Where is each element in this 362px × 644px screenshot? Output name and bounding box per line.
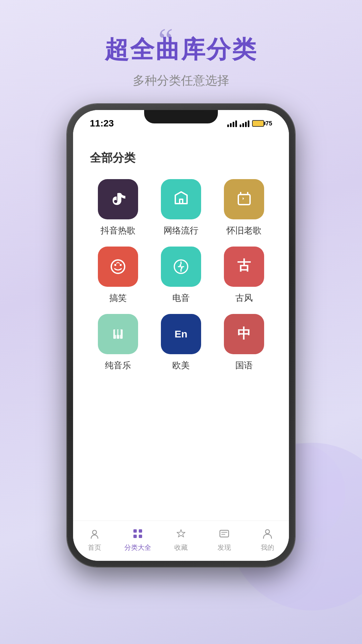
category-icon-huaijiu [224,179,264,219]
favorites-icon [174,526,188,541]
nav-item-favorites[interactable]: 收藏 [160,526,203,552]
discover-icon [217,526,232,541]
category-item-diyin[interactable]: 电音 [153,247,209,304]
status-bar: 11:23 [73,110,289,137]
category-label-diyin: 电音 [172,292,190,304]
nav-item-home[interactable]: 首页 [73,526,116,552]
categories-icon [130,526,145,541]
category-icon-gaoxiao [98,247,138,287]
signal-icon-1 [227,120,237,127]
svg-rect-18 [220,530,229,537]
category-label-huaijiu: 怀旧老歌 [227,225,261,236]
main-title: 超全曲库分类 [105,27,257,66]
status-time: 11:23 [90,118,114,129]
category-icon-chunyinyue [98,314,138,354]
svg-point-1 [111,260,125,273]
category-icon-oumei: En [161,314,201,354]
header-section: “ 超全曲库分类 多种分类任意选择 [0,27,362,89]
nav-item-categories[interactable]: 分类大全 [116,526,160,552]
category-icon-guoyu: 中 [224,314,264,354]
category-label-oumei: 欧美 [172,360,190,371]
category-item-gaoxiao[interactable]: 搞笑 [90,247,146,304]
svg-point-13 [93,530,97,534]
category-grid: 抖音热歌 网络流行 [90,179,272,371]
category-icon-douyin [98,179,138,219]
nav-item-discover[interactable]: 发现 [202,526,246,552]
category-item-wangluo[interactable]: 网络流行 [153,179,209,236]
category-label-guoyu: 国语 [235,360,253,371]
svg-rect-0 [238,195,250,205]
page-title: 全部分类 [90,150,272,166]
svg-rect-17 [139,535,142,538]
category-item-douyin[interactable]: 抖音热歌 [90,179,146,236]
svg-point-19 [265,530,269,534]
category-label-gaoxiao: 搞笑 [109,292,127,304]
category-item-chunyinyue[interactable]: 纯音乐 [90,314,146,371]
nav-label-profile: 我的 [261,543,274,552]
sub-title: 多种分类任意选择 [0,72,362,89]
category-label-gufeng: 古风 [235,292,253,304]
home-icon [87,526,102,541]
signal-icon-2 [240,120,249,127]
notch [144,110,218,123]
app-content: 全部分类 抖音热歌 [73,137,289,371]
battery-level: 75 [265,120,272,127]
svg-point-2 [114,264,116,266]
phone-mockup: 11:23 [67,104,295,567]
svg-point-3 [120,264,122,266]
nav-label-discover: 发现 [218,543,231,552]
svg-rect-16 [133,535,137,538]
svg-rect-15 [139,529,142,533]
bottom-nav: 首页 分类大全 [73,521,289,561]
nav-label-favorites: 收藏 [174,543,188,552]
category-item-gufeng[interactable]: 古 古风 [216,247,272,304]
battery-icon [252,120,264,127]
category-label-douyin: 抖音热歌 [101,225,135,236]
svg-rect-10 [118,329,121,335]
nav-item-profile[interactable]: 我的 [246,526,289,552]
nav-label-categories: 分类大全 [124,543,151,552]
svg-text:古: 古 [237,258,251,273]
category-icon-wangluo [161,179,201,219]
profile-icon [260,526,275,541]
svg-text:中: 中 [237,326,251,341]
category-icon-gufeng: 古 [224,247,264,287]
category-item-guoyu[interactable]: 中 国语 [216,314,272,371]
category-item-huaijiu[interactable]: 怀旧老歌 [216,179,272,236]
svg-rect-14 [133,529,137,533]
category-icon-diyin [161,247,201,287]
svg-rect-9 [115,329,117,335]
category-label-chunyinyue: 纯音乐 [105,360,131,371]
svg-text:En: En [174,328,187,339]
nav-label-home: 首页 [88,543,101,552]
category-label-wangluo: 网络流行 [164,225,198,236]
category-item-oumei[interactable]: En 欧美 [153,314,209,371]
status-icons: 75 [227,120,272,127]
